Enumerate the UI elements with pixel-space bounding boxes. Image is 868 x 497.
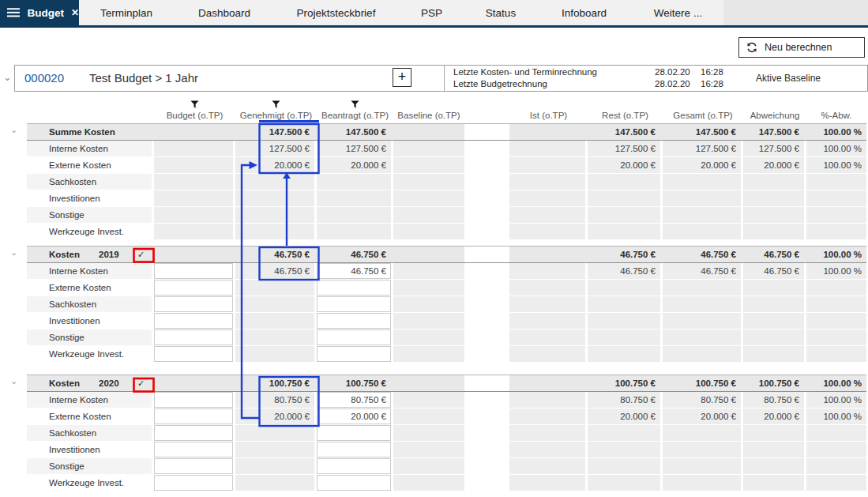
cell-budget[interactable] <box>154 409 235 424</box>
close-icon[interactable]: ✕ <box>71 7 79 18</box>
row-label-cell: Externe Kosten <box>27 157 154 173</box>
cell-beantragt <box>317 190 393 206</box>
cell-abweichung <box>743 190 806 206</box>
cell-pabw <box>806 329 866 345</box>
cell-budget[interactable] <box>154 425 235 441</box>
cell-abweichung <box>743 346 806 362</box>
chevron-down-icon[interactable]: ⌄ <box>10 247 17 258</box>
cell-abweichung: 80.750 € <box>743 392 806 408</box>
cell-beantragt <box>317 174 393 190</box>
cell-budget[interactable] <box>154 458 235 474</box>
tab-infoboard[interactable]: Infoboard <box>535 0 633 25</box>
column-header-beantragt[interactable]: Beantragt (o.TP) <box>317 92 393 123</box>
tab-projektsteckbrief[interactable]: Projektsteckbrief <box>275 0 397 25</box>
menu-icon[interactable] <box>7 7 20 18</box>
cell-budget[interactable] <box>154 346 235 362</box>
column-header-budget[interactable]: Budget (o.TP) <box>154 92 235 123</box>
cell-beantragt <box>317 224 393 239</box>
row-year: 2020 <box>99 375 119 391</box>
cell-budget[interactable] <box>154 392 235 408</box>
cell-baseline <box>393 190 464 206</box>
row-label: Externe Kosten <box>49 409 111 424</box>
cell-genehmigt: 100.750 € <box>235 375 317 391</box>
cell-budget <box>154 375 235 391</box>
year-checkbox[interactable]: ✓ <box>137 375 145 391</box>
cell-budget[interactable] <box>154 442 235 457</box>
cell-beantragt[interactable] <box>317 346 393 362</box>
cell-rest: 80.750 € <box>588 392 663 408</box>
cell-baseline <box>393 280 464 296</box>
column-header-label: Abweichung <box>750 111 800 120</box>
cell-budget[interactable] <box>154 329 235 345</box>
tab-dashboard[interactable]: Dashboard <box>174 0 275 25</box>
year-checkbox[interactable]: ✓ <box>137 247 145 262</box>
cell-beantragt[interactable] <box>317 442 393 457</box>
project-header: ⌄ 000020 Test Budget > 1 Jahr + Letzte K… <box>0 65 868 92</box>
row-label: Kosten <box>49 375 80 391</box>
cell-ist <box>509 247 588 262</box>
spacer-cell <box>464 458 509 474</box>
spacer-cell <box>464 124 509 140</box>
cell-rest <box>588 224 663 239</box>
cell-abweichung <box>743 296 806 312</box>
cell-beantragt[interactable] <box>317 329 393 345</box>
cell-baseline <box>393 425 464 441</box>
cell-beantragt[interactable]: 46.750 € <box>317 263 393 279</box>
row-label: Sonstige <box>49 329 85 345</box>
cell-beantragt[interactable] <box>317 475 393 491</box>
add-button[interactable]: + <box>393 68 411 87</box>
cell-baseline <box>393 375 464 391</box>
cell-pabw: 100.00 % <box>806 375 866 391</box>
row-gutter <box>0 475 27 491</box>
filter-icon[interactable] <box>190 100 200 110</box>
spacer-cell <box>464 157 509 173</box>
tab-weitere[interactable]: Weitere ... <box>633 0 723 25</box>
cell-beantragt[interactable] <box>317 296 393 312</box>
cell-beantragt[interactable]: 80.750 € <box>317 392 393 408</box>
row-body: Kosten2019✓46.750 €46.750 €46.750 €46.75… <box>27 246 866 263</box>
row-body: Sonstige <box>27 458 866 474</box>
filter-icon[interactable] <box>350 100 360 110</box>
cell-budget[interactable] <box>154 475 235 491</box>
cell-beantragt[interactable] <box>317 425 393 441</box>
baseline-status: Aktive Baseline <box>756 66 821 91</box>
filter-icon[interactable] <box>271 100 281 110</box>
chevron-down-icon[interactable]: ⌄ <box>10 125 17 135</box>
row-label-cell: Kosten2019✓ <box>27 247 154 262</box>
tab-budget-active[interactable]: Budget ✕ <box>0 0 79 25</box>
cell-gesamt <box>663 346 743 362</box>
column-header-label: Baseline (o.TP) <box>397 111 460 120</box>
row-label: Sachkosten <box>49 174 96 190</box>
column-header-genehmigt[interactable]: Genehmigt (o.TP) <box>235 92 317 123</box>
column-header-gesamt: Gesamt (o.TP) <box>663 92 743 123</box>
row-label: Investitionen <box>49 190 100 206</box>
cell-beantragt[interactable] <box>317 458 393 474</box>
active-tab-label: Budget <box>27 7 64 19</box>
cell-pabw <box>806 442 866 457</box>
tab-terminplan[interactable]: Terminplan <box>79 0 174 25</box>
tab-status[interactable]: Status <box>466 0 535 25</box>
row-body: Kosten2020✓100.750 €100.750 €100.750 €10… <box>27 375 866 392</box>
row-label: Interne Kosten <box>49 263 108 279</box>
cell-ist <box>509 375 588 391</box>
recalculate-button[interactable]: Neu berechnen <box>738 37 865 58</box>
cell-rest: 46.750 € <box>588 247 663 262</box>
cell-budget[interactable] <box>154 280 235 296</box>
project-collapse-chevron-icon[interactable]: ⌄ <box>3 71 12 83</box>
tab-psp[interactable]: PSP <box>397 0 466 25</box>
cell-budget[interactable] <box>154 313 235 329</box>
cell-ist <box>509 425 588 441</box>
cell-ist <box>509 190 588 206</box>
cell-budget[interactable] <box>154 296 235 312</box>
cell-budget[interactable] <box>154 263 235 279</box>
cell-beantragt[interactable] <box>317 313 393 329</box>
cell-beantragt[interactable]: 20.000 € <box>317 409 393 424</box>
spacer-cell <box>464 313 509 329</box>
chevron-down-icon[interactable]: ⌄ <box>10 376 17 386</box>
cell-pabw <box>806 475 866 491</box>
row-gutter <box>0 425 27 441</box>
project-box: 000020 Test Budget > 1 Jahr + Letzte Kos… <box>14 65 868 92</box>
row-gutter <box>0 296 27 312</box>
cell-beantragt[interactable] <box>317 280 393 296</box>
cell-budget <box>154 224 235 239</box>
